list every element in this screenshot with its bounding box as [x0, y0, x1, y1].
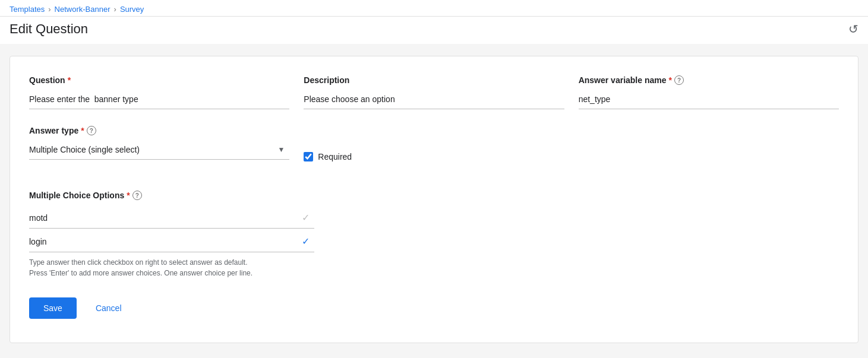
- answer-type-label: Answer type * ?: [29, 126, 289, 135]
- required-checkbox[interactable]: [304, 152, 313, 161]
- required-section: Required: [304, 126, 564, 174]
- check-icon-unchecked-1: ✓: [302, 212, 310, 223]
- multiple-choice-required-star: *: [127, 191, 130, 200]
- breadcrumb-sep-1: ›: [48, 5, 50, 14]
- question-required-star: *: [68, 75, 71, 85]
- page-header: Edit Question ↺: [0, 17, 868, 44]
- placeholder-col-3: [579, 126, 839, 174]
- form-actions: Save Cancel: [29, 297, 839, 319]
- answer-variable-input[interactable]: [579, 90, 839, 109]
- choice-item-1: ✓: [29, 207, 314, 229]
- cancel-button[interactable]: Cancel: [86, 297, 131, 319]
- breadcrumb: Templates › Network-Banner › Survey: [10, 5, 858, 14]
- answer-type-required-star: *: [81, 126, 84, 135]
- multiple-choice-label: Multiple Choice Options * ?: [29, 191, 839, 200]
- description-input[interactable]: [304, 90, 564, 109]
- form-row-1: Question * Description Answer variable n…: [29, 75, 839, 109]
- multiple-choice-help-icon[interactable]: ?: [132, 191, 142, 200]
- save-button[interactable]: Save: [29, 297, 77, 319]
- question-input[interactable]: [29, 90, 289, 109]
- answer-variable-help-icon[interactable]: ?: [674, 75, 684, 85]
- breadcrumb-network-banner[interactable]: Network-Banner: [55, 5, 111, 14]
- choice-input-2[interactable]: [29, 232, 297, 251]
- question-label: Question *: [29, 75, 289, 85]
- check-icon-checked-2: ✓: [302, 236, 310, 247]
- history-icon[interactable]: ↺: [848, 22, 858, 36]
- edit-question-card: Question * Description Answer variable n…: [10, 56, 858, 343]
- top-bar: Templates › Network-Banner › Survey: [0, 0, 868, 17]
- question-group: Question *: [29, 75, 289, 109]
- description-group: Description: [304, 75, 564, 109]
- breadcrumb-sep-2: ›: [114, 5, 116, 14]
- answer-variable-required-star: *: [669, 75, 672, 85]
- answer-type-help-icon[interactable]: ?: [87, 126, 96, 135]
- choice-check-1[interactable]: ✓: [297, 207, 314, 228]
- breadcrumb-templates[interactable]: Templates: [10, 5, 45, 14]
- choice-check-2[interactable]: ✓: [297, 231, 314, 252]
- choice-item-2: ✓: [29, 231, 314, 252]
- multiple-choice-section: Multiple Choice Options * ? ✓ ✓ Type ans…: [29, 191, 839, 278]
- required-checkbox-group: Required: [304, 152, 564, 161]
- page-title: Edit Question: [10, 21, 88, 37]
- answer-type-section: Answer type * ? Multiple Choice (single …: [29, 126, 289, 160]
- answer-type-select-wrapper: Multiple Choice (single select) Multiple…: [29, 140, 289, 160]
- main-content: Question * Description Answer variable n…: [0, 44, 868, 355]
- answer-variable-group: Answer variable name * ?: [579, 75, 839, 109]
- description-label: Description: [304, 75, 564, 85]
- choice-input-1[interactable]: [29, 208, 297, 227]
- breadcrumb-survey[interactable]: Survey: [120, 5, 144, 14]
- answer-variable-label: Answer variable name * ?: [579, 75, 839, 85]
- hint-text: Type answer then click checkbox on right…: [29, 257, 314, 278]
- answer-type-select[interactable]: Multiple Choice (single select) Multiple…: [29, 140, 289, 159]
- required-checkbox-label[interactable]: Required: [318, 152, 352, 161]
